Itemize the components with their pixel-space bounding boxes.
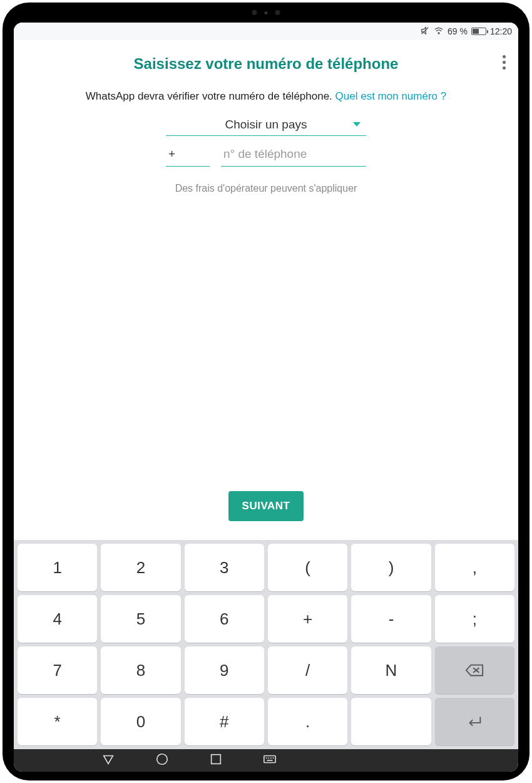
key-0[interactable]: 0 <box>101 698 180 745</box>
svg-point-4 <box>157 754 168 765</box>
key-6[interactable]: 6 <box>185 595 264 643</box>
key-+[interactable]: + <box>268 595 347 643</box>
svg-rect-6 <box>264 756 275 763</box>
key-1[interactable]: 1 <box>18 544 97 591</box>
device-notch <box>252 10 280 15</box>
tablet-frame: 69 % 12:20 Saisissez votre numéro de tél… <box>3 3 529 780</box>
app-header: Saisissez votre numéro de téléphone <box>14 40 518 78</box>
phone-number-input[interactable] <box>223 147 364 161</box>
key-8[interactable]: 8 <box>101 646 180 694</box>
key-3[interactable]: 3 <box>185 544 264 591</box>
key-;[interactable]: ; <box>435 595 514 643</box>
key-*[interactable]: * <box>18 698 97 745</box>
phone-input-row: + <box>166 142 366 167</box>
page-title: Saisissez votre numéro de téléphone <box>134 55 399 73</box>
key-enter[interactable] <box>435 698 514 745</box>
key-7[interactable]: 7 <box>18 646 97 694</box>
svg-point-1 <box>438 33 439 34</box>
key-5[interactable]: 5 <box>101 595 180 643</box>
key-.[interactable]: . <box>268 698 347 745</box>
screen: 69 % 12:20 Saisissez votre numéro de tél… <box>14 23 518 772</box>
carrier-charges-note: Des frais d'opérateur peuvent s'applique… <box>39 183 493 194</box>
key-2[interactable]: 2 <box>101 544 180 591</box>
key-([interactable]: ( <box>268 544 347 591</box>
content-area: WhatsApp devra vérifier votre numéro de … <box>14 78 518 194</box>
more-options-button[interactable] <box>503 55 506 70</box>
key-/[interactable]: / <box>268 646 347 694</box>
nav-back-button[interactable] <box>101 752 115 769</box>
battery-percent: 69 % <box>448 26 468 36</box>
key-,[interactable]: , <box>435 544 514 591</box>
key-9[interactable]: 9 <box>185 646 264 694</box>
phone-number-field[interactable] <box>221 142 366 167</box>
nav-recent-button[interactable] <box>209 752 223 769</box>
key--[interactable]: - <box>351 595 431 643</box>
next-button[interactable]: SUIVANT <box>228 491 304 521</box>
chevron-down-icon <box>352 119 361 130</box>
what-is-my-number-link[interactable]: Quel est mon numéro ? <box>335 90 447 102</box>
numeric-keyboard: 123(),456+-;789/N*0#. <box>14 540 518 749</box>
status-time: 12:20 <box>490 26 512 36</box>
country-selector[interactable]: Choisir un pays <box>166 114 366 136</box>
svg-rect-5 <box>212 755 221 764</box>
nav-keyboard-icon[interactable] <box>263 752 277 769</box>
status-bar: 69 % 12:20 <box>14 23 518 40</box>
android-navbar <box>14 749 518 772</box>
nav-home-button[interactable] <box>155 752 169 769</box>
country-code-input[interactable]: + <box>166 142 210 167</box>
country-selector-label: Choisir un pays <box>225 118 307 132</box>
wifi-icon <box>434 26 444 38</box>
verify-text: WhatsApp devra vérifier votre numéro de … <box>86 90 335 102</box>
battery-icon <box>471 28 486 35</box>
key-backspace[interactable] <box>435 646 514 694</box>
verify-text-line: WhatsApp devra vérifier votre numéro de … <box>39 90 493 103</box>
key-#[interactable]: # <box>185 698 264 745</box>
next-button-wrap: SUIVANT <box>14 491 518 521</box>
key-blank <box>351 698 431 745</box>
key-N[interactable]: N <box>351 646 431 694</box>
key-)[interactable]: ) <box>351 544 431 591</box>
key-4[interactable]: 4 <box>18 595 97 643</box>
mute-icon <box>420 26 430 38</box>
